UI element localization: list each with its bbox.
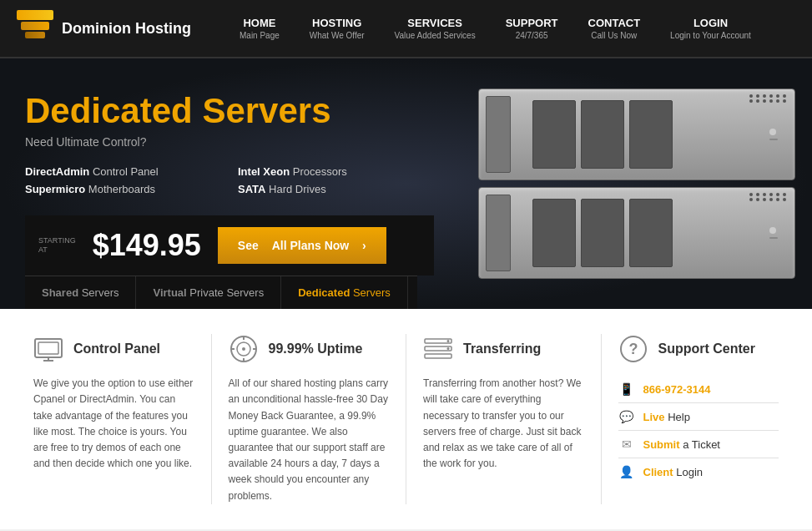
nav-sub-contact: Call Us Now bbox=[588, 31, 641, 40]
feature-control-panel: Control Panel We give you the option to … bbox=[17, 334, 212, 504]
nav-item-support[interactable]: SUPPORT24/7/365 bbox=[491, 8, 573, 48]
svg-text:?: ? bbox=[628, 341, 638, 357]
uptime-title: 99.99% Uptime bbox=[269, 341, 363, 357]
hero-tabs: Shared Servers Virtual Private Servers D… bbox=[25, 276, 417, 309]
hero-title: Dedicated Servers bbox=[25, 92, 417, 130]
nav-sub-services: Value Added Services bbox=[395, 31, 476, 40]
nav-sub-support: 24/7/365 bbox=[506, 31, 558, 40]
hero-image bbox=[442, 58, 812, 309]
nav-sub-login: Login to Your Account bbox=[670, 31, 751, 40]
price-amount: $149.95 bbox=[93, 228, 201, 263]
client-login-label: Client Login bbox=[643, 466, 704, 478]
price-label-bottom: AT bbox=[38, 245, 76, 255]
phone-icon: 📱 bbox=[618, 382, 635, 396]
nav-main-services: SERVICES bbox=[395, 17, 476, 29]
ticket-label: Submit a Ticket bbox=[643, 438, 720, 451]
tab-shared[interactable]: Shared Servers bbox=[25, 276, 136, 309]
nav-item-services[interactable]: SERVICESValue Added Services bbox=[380, 8, 491, 48]
btn-label-bold: All Plans Now bbox=[272, 239, 350, 252]
control-panel-desc: We give you the option to use either Cpa… bbox=[33, 376, 194, 472]
feature-support: ? Support Center 📱 866-972-3144 💬 Live H… bbox=[602, 334, 796, 504]
email-icon: ✉ bbox=[618, 437, 635, 451]
feature-directadmin: DirectAdmin Control Panel bbox=[25, 165, 204, 178]
server-visual bbox=[461, 72, 812, 296]
price-label-top: STARTING bbox=[38, 236, 76, 245]
uptime-desc: All of our shared hosting plans carry an… bbox=[229, 376, 390, 504]
btn-label-pre: See bbox=[238, 239, 259, 252]
nav-sub-hosting: What We Offer bbox=[310, 31, 365, 40]
nav-item-hosting[interactable]: HOSTINGWhat We Offer bbox=[295, 8, 380, 48]
support-links: 📱 866-972-3144 💬 Live Help ✉ Submit a Ti… bbox=[618, 376, 779, 485]
feature-intel: Intel Xeon Processors bbox=[238, 165, 417, 178]
nav-main-login: LOGIN bbox=[670, 17, 751, 29]
transferring-title: Transferring bbox=[463, 341, 541, 357]
chat-icon: 💬 bbox=[618, 410, 635, 423]
transferring-icon bbox=[423, 334, 453, 364]
server-unit-1 bbox=[478, 88, 795, 180]
hero-content: Dedicated Servers Need Ultimate Control?… bbox=[0, 58, 442, 309]
hero-pricing: STARTING AT $149.95 See All Plans Now › bbox=[25, 215, 434, 276]
hero-title-suffix: Servers bbox=[193, 91, 331, 130]
user-icon: 👤 bbox=[618, 465, 635, 478]
server-unit-2 bbox=[478, 187, 795, 279]
feature-transferring-header: Transferring bbox=[423, 334, 584, 364]
hero-section: Dedicated Servers Need Ultimate Control?… bbox=[0, 58, 812, 309]
nav-main-contact: CONTACT bbox=[588, 17, 641, 29]
main-nav: HOMEMain PageHOSTINGWhat We OfferSERVICE… bbox=[224, 8, 795, 48]
price-label-area: STARTING AT bbox=[38, 236, 76, 255]
see-plans-button[interactable]: See All Plans Now › bbox=[218, 227, 386, 264]
live-help-label: Live Help bbox=[643, 411, 690, 423]
hero-subtitle: Need Ultimate Control? bbox=[25, 135, 417, 149]
live-help-link[interactable]: 💬 Live Help bbox=[618, 403, 779, 431]
nav-main-home: HOME bbox=[240, 17, 280, 29]
phone-link[interactable]: 📱 866-972-3144 bbox=[618, 376, 779, 403]
feature-supermicro: Supermicro Motherboards bbox=[25, 183, 204, 195]
logo[interactable]: Dominion Hosting bbox=[17, 10, 191, 47]
svg-rect-14 bbox=[425, 354, 451, 358]
control-panel-title: Control Panel bbox=[73, 341, 160, 357]
phone-label: 866-972-3144 bbox=[643, 383, 711, 396]
svg-point-15 bbox=[447, 340, 450, 342]
feature-control-panel-header: Control Panel bbox=[33, 334, 194, 364]
tab-dedicated[interactable]: Dedicated Servers bbox=[281, 276, 408, 309]
nav-item-home[interactable]: HOMEMain Page bbox=[224, 8, 295, 48]
btn-arrow: › bbox=[362, 239, 366, 252]
logo-text: Dominion Hosting bbox=[62, 20, 191, 38]
feature-uptime-header: 99.99% Uptime bbox=[229, 334, 390, 364]
main-header: Dominion Hosting HOMEMain PageHOSTINGWha… bbox=[0, 0, 812, 58]
support-title: Support Center bbox=[658, 341, 755, 357]
nav-sub-home: Main Page bbox=[240, 31, 280, 40]
nav-main-support: SUPPORT bbox=[506, 17, 558, 29]
svg-point-16 bbox=[447, 347, 450, 350]
nav-item-login[interactable]: LOGINLogin to Your Account bbox=[655, 8, 766, 48]
logo-icon bbox=[17, 10, 53, 47]
feature-uptime: 99.99% Uptime All of our shared hosting … bbox=[212, 334, 407, 504]
client-login-link[interactable]: 👤 Client Login bbox=[618, 458, 779, 485]
svg-point-7 bbox=[242, 347, 245, 351]
feature-transferring: Transferring Transferring from another h… bbox=[406, 334, 602, 504]
ticket-link[interactable]: ✉ Submit a Ticket bbox=[618, 431, 779, 458]
tab-vps[interactable]: Virtual Private Servers bbox=[136, 276, 281, 309]
features-section: Control Panel We give you the option to … bbox=[0, 309, 812, 529]
feature-sata: SATA Hard Drives bbox=[238, 183, 417, 195]
nav-main-hosting: HOSTING bbox=[310, 17, 365, 29]
hero-title-prefix: Dedicated bbox=[25, 91, 193, 130]
feature-support-header: ? Support Center bbox=[618, 334, 779, 364]
svg-rect-1 bbox=[38, 342, 58, 354]
uptime-icon bbox=[229, 334, 259, 364]
control-panel-icon bbox=[33, 334, 63, 364]
support-icon: ? bbox=[618, 334, 648, 364]
transferring-desc: Transferring from another host? We will … bbox=[423, 376, 584, 472]
nav-item-contact[interactable]: CONTACTCall Us Now bbox=[573, 8, 656, 48]
hero-features: DirectAdmin Control Panel Intel Xeon Pro… bbox=[25, 165, 417, 195]
